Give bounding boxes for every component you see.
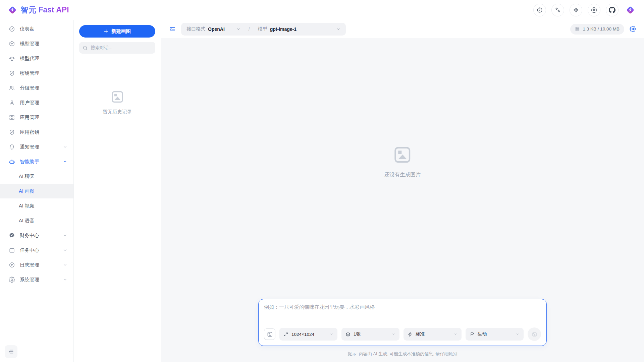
chevron-down-icon bbox=[453, 332, 458, 336]
sidebar-item-app-keys[interactable]: 应用密钥 bbox=[0, 125, 73, 139]
layers-icon bbox=[345, 332, 351, 337]
sidebar-item-label: 系统管理 bbox=[20, 277, 58, 283]
app-logo: 智元 Fast API bbox=[7, 5, 69, 15]
search-conversations-box bbox=[79, 42, 155, 54]
sidebar-item-groups[interactable]: 分组管理 bbox=[0, 80, 73, 95]
sidebar-item-label: AI 聊天 bbox=[19, 173, 67, 180]
sidebar-item-label: 仪表盘 bbox=[20, 26, 67, 32]
composer-options-row: 1024×1024 1张 bbox=[264, 327, 541, 341]
language-button[interactable] bbox=[551, 4, 564, 16]
sidebar-collapse-button[interactable] bbox=[5, 345, 17, 358]
usage-text: 1.3 KB / 10.00 MB bbox=[583, 26, 620, 32]
info-button[interactable] bbox=[533, 4, 546, 16]
search-conversations-input[interactable] bbox=[91, 45, 152, 50]
settings-button[interactable] bbox=[588, 4, 600, 16]
quality-select[interactable]: 标准 bbox=[404, 328, 462, 341]
count-value: 1张 bbox=[354, 331, 388, 337]
github-icon bbox=[609, 7, 615, 13]
fullscreen-button[interactable] bbox=[570, 4, 582, 16]
brand-home-button[interactable] bbox=[624, 4, 637, 16]
upload-image-button[interactable] bbox=[264, 328, 275, 340]
count-select[interactable]: 1张 bbox=[341, 328, 399, 341]
sidebar-item-system[interactable]: 系统管理 bbox=[0, 272, 73, 287]
sidebar-item-label: 财务中心 bbox=[20, 232, 58, 239]
sidebar-item-finance[interactable]: 财务中心 bbox=[0, 228, 73, 243]
model-select[interactable]: 模型 gpt-image-1 bbox=[258, 26, 340, 32]
sidebar-item-dashboard[interactable]: 仪表盘 bbox=[0, 21, 73, 36]
palette-icon bbox=[470, 332, 475, 337]
history-empty-text: 暂无历史记录 bbox=[103, 109, 132, 115]
info-icon bbox=[537, 7, 543, 13]
size-select[interactable]: 1024×1024 bbox=[279, 328, 337, 341]
sidebar-item-ai-video[interactable]: AI 视频 bbox=[0, 198, 73, 213]
image-placeholder-icon bbox=[393, 145, 412, 165]
model-cube-icon bbox=[9, 41, 15, 47]
sidebar-item-ai-assistant[interactable]: 智能助手 bbox=[0, 154, 73, 169]
drawing-settings-gear-icon[interactable] bbox=[630, 26, 636, 32]
image-placeholder-icon bbox=[110, 90, 124, 104]
gear-icon bbox=[591, 7, 597, 13]
user-group-icon bbox=[9, 85, 15, 91]
sidebar-item-tasks[interactable]: 任务中心 bbox=[0, 243, 73, 257]
sidebar-item-model-proxy[interactable]: 模型代理 bbox=[0, 51, 73, 66]
sidebar-item-users[interactable]: 用户管理 bbox=[0, 95, 73, 110]
prompt-input[interactable] bbox=[264, 304, 541, 323]
chevron-down-icon bbox=[329, 332, 333, 336]
bell-icon bbox=[9, 144, 15, 150]
style-select[interactable]: 生动 bbox=[466, 328, 524, 341]
finance-badge-icon bbox=[9, 232, 15, 239]
prompt-composer: 1024×1024 1张 bbox=[258, 299, 547, 346]
chevron-down-icon bbox=[336, 27, 340, 31]
brand-logo-icon bbox=[625, 5, 635, 15]
usage-badge: 1.3 KB / 10.00 MB bbox=[570, 24, 624, 35]
sidebar-item-label: 密钥管理 bbox=[20, 70, 67, 76]
api-format-label: 接口格式 bbox=[186, 26, 205, 32]
github-button[interactable] bbox=[606, 4, 619, 16]
sidebar-item-label: 应用管理 bbox=[20, 114, 67, 121]
history-panel: 新建画图 暂无历史记录 bbox=[74, 20, 161, 362]
size-value: 1024×1024 bbox=[291, 332, 326, 337]
sidebar-item-label: 分组管理 bbox=[20, 85, 67, 91]
chevron-down-icon bbox=[236, 27, 240, 31]
canvas-empty-state: 还没有生成图片 bbox=[384, 145, 421, 178]
resize-icon bbox=[283, 332, 288, 337]
brand-logo-icon bbox=[7, 5, 17, 15]
app-grid-icon bbox=[9, 114, 15, 121]
translate-icon bbox=[555, 7, 561, 13]
sidebar-item-notifications[interactable]: 通知管理 bbox=[0, 139, 73, 154]
new-drawing-button-label: 新建画图 bbox=[111, 28, 131, 35]
chevron-down-icon bbox=[63, 277, 67, 282]
user-icon bbox=[9, 100, 15, 106]
app-title: 智元 Fast API bbox=[21, 5, 69, 15]
sidebar-item-ai-chat[interactable]: AI 聊天 bbox=[0, 169, 73, 184]
chevron-down-icon bbox=[63, 248, 67, 252]
chevron-down-icon bbox=[391, 332, 395, 336]
sidebar-item-label: 日志管理 bbox=[20, 262, 58, 268]
style-value: 生动 bbox=[478, 331, 513, 337]
sidebar-nav: 仪表盘 模型管理 模型代理 密钥管理 分组管理 bbox=[0, 20, 74, 362]
main-area: 接口格式 OpenAI / 模型 gpt-image-1 bbox=[161, 20, 644, 362]
sidebar-item-apps[interactable]: 应用管理 bbox=[0, 110, 73, 125]
dashboard-icon bbox=[9, 26, 15, 32]
sidebar-item-label: 任务中心 bbox=[20, 247, 58, 253]
sidebar-item-ai-image[interactable]: AI 画图 bbox=[0, 184, 73, 198]
sidebar-item-ai-voice[interactable]: AI 语音 bbox=[0, 213, 73, 228]
calendar-icon bbox=[9, 247, 15, 253]
new-drawing-button[interactable]: 新建画图 bbox=[79, 25, 155, 38]
search-icon bbox=[83, 45, 88, 51]
sidebar-item-keys[interactable]: 密钥管理 bbox=[0, 66, 73, 80]
sidebar-item-label: AI 视频 bbox=[19, 203, 67, 209]
robot-icon bbox=[9, 159, 15, 165]
sidebar-item-logs[interactable]: 日志管理 bbox=[0, 257, 73, 272]
api-format-select[interactable]: 接口格式 OpenAI bbox=[186, 26, 240, 32]
header-actions bbox=[533, 4, 637, 16]
shield-check-icon bbox=[9, 129, 15, 135]
sidebar-item-label: 智能助手 bbox=[20, 159, 58, 165]
generate-image-button[interactable] bbox=[528, 327, 541, 341]
log-bubble-icon bbox=[9, 262, 15, 268]
sidebar-item-models[interactable]: 模型管理 bbox=[0, 36, 73, 51]
lightning-icon bbox=[408, 332, 413, 337]
pill-separator: / bbox=[244, 26, 255, 32]
plus-icon bbox=[104, 29, 109, 34]
panel-toggle-icon[interactable] bbox=[169, 26, 176, 33]
